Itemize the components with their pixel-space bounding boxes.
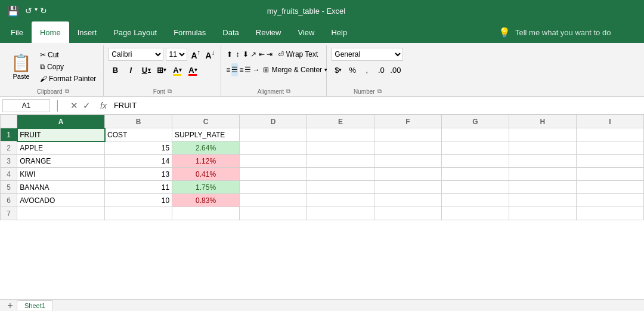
cell-4-7[interactable]: [441, 168, 509, 181]
align-top-button[interactable]: ⬆: [226, 48, 233, 61]
cell-5-3[interactable]: 1.75%: [172, 181, 240, 194]
cell-7-8[interactable]: [509, 207, 576, 220]
cell-3-8[interactable]: [509, 155, 576, 168]
cell-6-6[interactable]: [374, 194, 441, 207]
col-header-A[interactable]: A: [17, 115, 105, 128]
menu-review[interactable]: Review: [247, 21, 290, 43]
italic-button[interactable]: I: [124, 63, 137, 76]
cell-7-3[interactable]: [172, 207, 240, 220]
align-middle-button[interactable]: ↕: [234, 48, 241, 61]
cell-2-7[interactable]: [441, 141, 509, 155]
col-header-F[interactable]: F: [374, 115, 441, 128]
menu-file[interactable]: File: [2, 21, 32, 43]
cell-7-6[interactable]: [374, 207, 441, 220]
indent-decrease-button[interactable]: ⇤: [258, 48, 265, 61]
col-header-C[interactable]: C: [172, 115, 240, 128]
cell-1-1[interactable]: FRUIT: [17, 128, 105, 141]
cell-3-3[interactable]: 1.12%: [172, 155, 240, 168]
row-header-1[interactable]: 1: [1, 128, 17, 141]
decrease-font-size-button[interactable]: A↓: [204, 48, 216, 60]
cell-7-9[interactable]: [576, 207, 643, 220]
percent-button[interactable]: %: [346, 63, 359, 76]
align-bottom-button[interactable]: ⬇: [242, 48, 249, 61]
save-icon[interactable]: 💾: [7, 5, 19, 17]
col-header-D[interactable]: D: [240, 115, 307, 128]
cell-2-8[interactable]: [509, 141, 576, 155]
cell-5-2[interactable]: 11: [105, 181, 172, 194]
tell-me-input[interactable]: [515, 28, 634, 37]
cell-4-5[interactable]: [307, 168, 374, 181]
menu-home[interactable]: Home: [32, 21, 69, 43]
cell-5-9[interactable]: [576, 181, 643, 194]
cut-button[interactable]: ✂ Cut: [38, 50, 98, 60]
cell-1-8[interactable]: [509, 128, 576, 141]
underline-button[interactable]: U ▾: [140, 63, 153, 76]
number-format-select[interactable]: General: [332, 48, 403, 61]
cell-6-7[interactable]: [441, 194, 509, 207]
cell-6-4[interactable]: [240, 194, 307, 207]
font-color-button[interactable]: A ▾: [186, 63, 199, 76]
dollar-button[interactable]: $▾: [332, 63, 345, 76]
border-button[interactable]: ⊞▾: [155, 63, 168, 76]
cell-6-5[interactable]: [307, 194, 374, 207]
row-header-2[interactable]: 2: [1, 141, 17, 155]
cell-3-7[interactable]: [441, 155, 509, 168]
cell-5-6[interactable]: [374, 181, 441, 194]
cell-reference-box[interactable]: [2, 99, 50, 112]
cell-6-8[interactable]: [509, 194, 576, 207]
bold-button[interactable]: B: [109, 63, 122, 76]
sheet-tab-sheet1[interactable]: Sheet1: [17, 300, 53, 310]
font-size-select[interactable]: 11: [166, 48, 187, 61]
cell-4-3[interactable]: 0.41%: [172, 168, 240, 181]
wrap-text-button[interactable]: ⏎ Wrap Text: [274, 49, 322, 60]
increase-decimal-button[interactable]: .00: [389, 63, 402, 76]
menu-help[interactable]: Help: [323, 21, 355, 43]
menu-page-layout[interactable]: Page Layout: [105, 21, 165, 43]
text-direction-button[interactable]: ↗: [250, 48, 257, 61]
indent-increase-button[interactable]: ⇥: [266, 48, 273, 61]
cell-2-1[interactable]: APPLE: [17, 141, 105, 155]
cell-1-9[interactable]: [576, 128, 643, 141]
format-painter-button[interactable]: 🖌 Format Painter: [38, 74, 98, 84]
redo-icon[interactable]: ↻: [40, 6, 47, 16]
cell-4-2[interactable]: 13: [105, 168, 172, 181]
cell-6-1[interactable]: AVOCADO: [17, 194, 105, 207]
clipboard-expand-icon[interactable]: ⧉: [65, 88, 69, 95]
sheet-scroll[interactable]: A B C D E F G H I 1FRUITCOSTSUPPLY_RATE2…: [0, 115, 644, 299]
cell-7-7[interactable]: [441, 207, 509, 220]
copy-button[interactable]: ⧉ Copy: [38, 62, 98, 72]
cell-3-5[interactable]: [307, 155, 374, 168]
align-center-button[interactable]: ☰: [231, 63, 238, 76]
cell-1-7[interactable]: [441, 128, 509, 141]
cell-2-2[interactable]: 15: [105, 141, 172, 155]
col-header-H[interactable]: H: [509, 115, 576, 128]
row-header-5[interactable]: 5: [1, 181, 17, 194]
fill-color-button[interactable]: A ▾: [171, 63, 184, 76]
row-header-3[interactable]: 3: [1, 155, 17, 168]
menu-view[interactable]: View: [289, 21, 323, 43]
merge-center-button[interactable]: ⊞ Merge & Center ▾: [261, 64, 330, 75]
cell-2-4[interactable]: [240, 141, 307, 155]
cell-2-5[interactable]: [307, 141, 374, 155]
cell-7-1[interactable]: [17, 207, 105, 220]
decrease-decimal-button[interactable]: .0: [374, 63, 388, 76]
cell-3-4[interactable]: [240, 155, 307, 168]
align-left-button[interactable]: ≡: [226, 63, 230, 76]
menu-insert[interactable]: Insert: [69, 21, 106, 43]
menu-formulas[interactable]: Formulas: [165, 21, 214, 43]
cancel-formula-icon[interactable]: ✕: [70, 100, 78, 111]
cell-5-1[interactable]: BANANA: [17, 181, 105, 194]
col-header-G[interactable]: G: [441, 115, 509, 128]
col-header-B[interactable]: B: [105, 115, 172, 128]
cell-4-9[interactable]: [576, 168, 643, 181]
undo-icon[interactable]: ↺: [25, 6, 32, 16]
col-header-E[interactable]: E: [307, 115, 374, 128]
menu-data[interactable]: Data: [214, 21, 247, 43]
cell-5-7[interactable]: [441, 181, 509, 194]
cell-2-3[interactable]: 2.64%: [172, 141, 240, 155]
confirm-formula-icon[interactable]: ✓: [83, 100, 91, 111]
dropdown-icon[interactable]: ▾: [35, 6, 38, 16]
cell-5-4[interactable]: [240, 181, 307, 194]
cell-4-8[interactable]: [509, 168, 576, 181]
font-family-select[interactable]: Calibri: [109, 48, 163, 61]
